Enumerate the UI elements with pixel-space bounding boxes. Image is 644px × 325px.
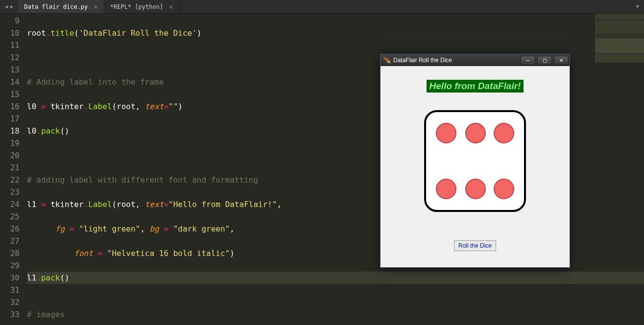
dice-image [424, 110, 526, 212]
tk-titlebar[interactable]: 🪶 DataFlair Roll the Dice ─ ▢ ✕ [381, 54, 570, 66]
dice-pip [465, 179, 486, 199]
tab-data-flair-dice[interactable]: Data flair dice.py × [18, 0, 104, 13]
hello-label: Hello from DataFlair! [427, 80, 524, 93]
tkinter-window: 🪶 DataFlair Roll the Dice ─ ▢ ✕ Hello fr… [380, 54, 570, 268]
maximize-button[interactable]: ▢ [537, 56, 552, 65]
tk-window-title: DataFlair Roll the Dice [393, 57, 452, 64]
nav-arrows: ◀ ▶ [0, 0, 18, 13]
dice-pip [436, 179, 456, 199]
tk-feather-icon: 🪶 [383, 57, 390, 64]
tk-body: Hello from DataFlair! Roll the Dice [381, 66, 570, 251]
tab-label: *REPL* [python] [110, 3, 163, 10]
dice-pip [494, 123, 514, 143]
tab-label: Data flair dice.py [24, 3, 88, 10]
roll-dice-button[interactable]: Roll the Dice [454, 240, 496, 251]
minimize-button[interactable]: ─ [521, 56, 535, 65]
tab-bar: ◀ ▶ Data flair dice.py × *REPL* [python]… [0, 0, 644, 14]
close-icon[interactable]: × [94, 3, 97, 11]
tab-repl-python[interactable]: *REPL* [python] × [104, 0, 180, 13]
nav-back-icon[interactable]: ◀ [5, 3, 8, 10]
dice-pip [494, 179, 514, 199]
close-button[interactable]: ✕ [554, 56, 569, 65]
menu-dropdown-icon[interactable]: ▼ [631, 0, 644, 13]
minimap[interactable] [595, 14, 644, 63]
dice-pip [465, 123, 486, 143]
dice-pip [436, 123, 456, 143]
gutter: 9 10 11 12 13 14 15 16 17 18 19 20 21 22… [0, 14, 27, 325]
close-icon[interactable]: × [169, 3, 173, 11]
nav-forward-icon[interactable]: ▶ [10, 3, 14, 10]
